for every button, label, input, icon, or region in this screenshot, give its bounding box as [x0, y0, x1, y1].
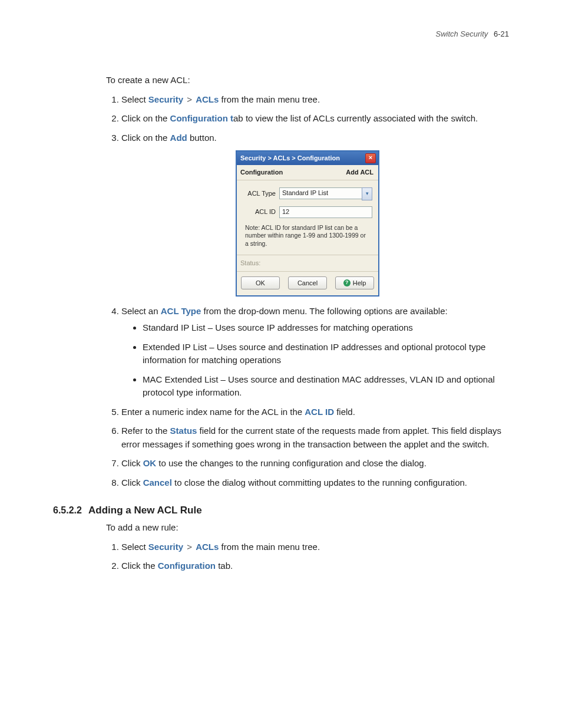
- list-item: MAC Extended List – Uses source and dest…: [143, 373, 509, 400]
- section2-steps: Select Security > ACLs from the main men…: [106, 541, 509, 573]
- ok-ref: OK: [143, 458, 157, 468]
- step-5: Enter a numeric index name for the ACL i…: [121, 406, 509, 419]
- dialog-sub-left: Configuration: [240, 167, 283, 177]
- steps-list-b: Select an ACL Type from the drop-down me…: [106, 305, 509, 490]
- help-icon: ?: [343, 279, 351, 286]
- step-6: Refer to the Status field for the curren…: [121, 424, 509, 451]
- help-button[interactable]: ? Help: [335, 276, 374, 289]
- acl-type-options: Standard IP List – Uses source IP addres…: [135, 321, 509, 400]
- page-header: Switch Security 6-21: [53, 29, 509, 38]
- close-icon[interactable]: ×: [365, 153, 376, 163]
- menu-acls: ACLs: [196, 94, 219, 104]
- cancel-ref: Cancel: [143, 477, 172, 487]
- acl-type-value: Standard IP List: [279, 187, 362, 199]
- menu-security: Security: [148, 94, 183, 104]
- list-item: Standard IP List – Uses source IP addres…: [143, 321, 509, 335]
- ok-button[interactable]: OK: [241, 276, 280, 289]
- add-acl-dialog: Security > ACLs > Configuration × Config…: [236, 150, 379, 297]
- s2-step-2: Click the Configuration tab.: [121, 559, 509, 573]
- step-4: Select an ACL Type from the drop-down me…: [121, 305, 509, 400]
- configuration-tab: Configuration t: [170, 113, 233, 123]
- section-title: Adding a New ACL Rule: [88, 505, 202, 516]
- acl-id-note: Note: ACL ID for standard IP list can be…: [245, 224, 370, 248]
- step-1: Select Security > ACLs from the main men…: [121, 93, 509, 107]
- acl-id-ref: ACL ID: [305, 407, 334, 417]
- acl-id-label: ACL ID: [243, 207, 279, 217]
- step-3: Click on the Add button.: [121, 131, 509, 145]
- dialog-subheader: Configuration Add ACL: [237, 165, 378, 180]
- steps-list-a: Select Security > ACLs from the main men…: [106, 93, 509, 145]
- acl-type-label: ACL Type: [243, 189, 279, 199]
- header-page-number: 6-21: [494, 29, 509, 38]
- section-heading: 6.5.2.2 Adding a New ACL Rule: [53, 505, 509, 516]
- acl-type-select[interactable]: Standard IP List ▾: [279, 187, 372, 200]
- status-ref: Status: [170, 426, 197, 436]
- step-7: Click OK to use the changes to the runni…: [121, 457, 509, 470]
- chevron-down-icon[interactable]: ▾: [362, 187, 372, 200]
- list-item: Extended IP List – Uses source and desti…: [143, 341, 509, 367]
- add-button-ref: Add: [170, 133, 187, 143]
- dialog-sub-right: Add ACL: [346, 167, 373, 177]
- menu-security: Security: [148, 542, 183, 552]
- section1-intro: To create a new ACL:: [106, 74, 509, 87]
- section-number: 6.5.2.2: [53, 505, 82, 516]
- menu-acls: ACLs: [196, 542, 219, 552]
- step-2: Click on the Configuration tab to view t…: [121, 112, 509, 126]
- configuration-tab: Configuration: [158, 561, 216, 571]
- dialog-titlebar: Security > ACLs > Configuration ×: [237, 151, 378, 165]
- acl-id-input[interactable]: 12: [279, 206, 372, 218]
- acl-type-ref: ACL Type: [161, 306, 201, 316]
- step-8: Click Cancel to close the dialog without…: [121, 476, 509, 490]
- section2-intro: To add a new rule:: [106, 521, 509, 535]
- dialog-title: Security > ACLs > Configuration: [240, 153, 340, 163]
- header-title: Switch Security: [435, 29, 488, 38]
- status-label: Status:: [237, 255, 378, 272]
- s2-step-1: Select Security > ACLs from the main men…: [121, 541, 509, 554]
- cancel-button[interactable]: Cancel: [288, 276, 327, 289]
